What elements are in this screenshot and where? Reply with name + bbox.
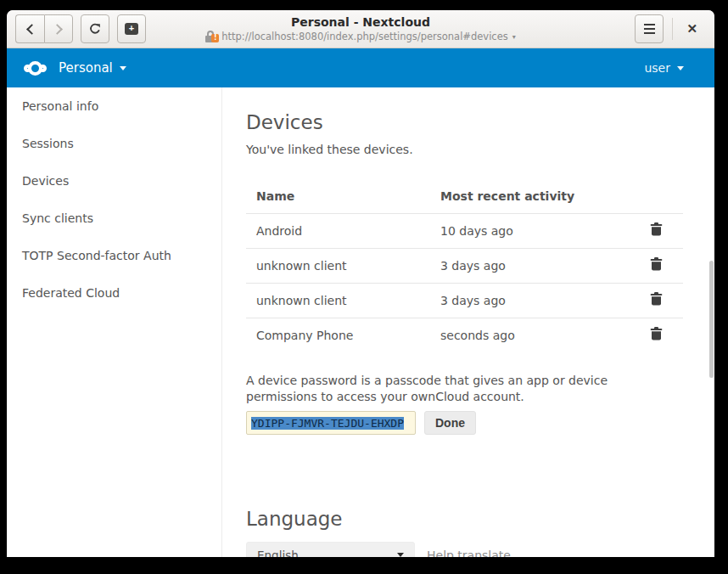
device-name: Android xyxy=(246,213,430,248)
back-button[interactable] xyxy=(15,14,44,43)
settings-sidebar: Personal info Sessions Devices Sync clie… xyxy=(7,87,222,557)
nextcloud-header: Personal user xyxy=(7,48,714,87)
window-title: Personal - Nextcloud xyxy=(291,15,430,30)
app-menu[interactable]: Personal xyxy=(59,60,126,76)
trash-icon xyxy=(650,257,663,271)
device-activity: 10 days ago xyxy=(430,213,636,248)
table-row: Company Phone seconds ago xyxy=(246,318,683,352)
nextcloud-logo-icon xyxy=(24,61,47,76)
language-select[interactable]: English xyxy=(246,542,415,557)
app-menu-label: Personal xyxy=(59,60,113,76)
user-menu-label: user xyxy=(644,61,670,75)
chevron-down-icon xyxy=(120,66,126,70)
back-icon xyxy=(26,24,37,35)
browser-titlebar: + Personal - Nextcloud ! http://localhos… xyxy=(7,10,714,48)
sidebar-item-totp[interactable]: TOTP Second-factor Auth xyxy=(7,237,221,274)
device-activity: 3 days ago xyxy=(430,248,636,283)
insecure-lock-icon: ! xyxy=(205,31,217,42)
table-row: Android 10 days ago xyxy=(246,213,683,248)
delete-device-button[interactable] xyxy=(650,257,663,271)
nav-toolbar: + xyxy=(7,14,146,43)
sidebar-item-federated-cloud[interactable]: Federated Cloud xyxy=(7,274,221,312)
column-header-actions xyxy=(636,179,683,213)
column-header-activity: Most recent activity xyxy=(430,179,636,213)
trash-icon xyxy=(650,222,663,236)
devices-subtitle: You've linked these devices. xyxy=(246,143,714,156)
menu-button[interactable] xyxy=(635,14,664,43)
warning-badge-icon: ! xyxy=(211,34,219,42)
delete-device-button[interactable] xyxy=(650,222,663,236)
new-tab-icon: + xyxy=(125,23,138,35)
table-row: unknown client 3 days ago xyxy=(246,248,683,283)
device-password-field[interactable]: YDIPP-FJMVR-TEJDU-EHXDP xyxy=(246,411,416,435)
device-name: Company Phone xyxy=(246,318,430,352)
vertical-scrollbar-thumb[interactable] xyxy=(709,261,714,378)
titlebar-separator xyxy=(672,18,673,40)
devices-table: Name Most recent activity Android 10 day… xyxy=(246,179,683,352)
done-button[interactable]: Done xyxy=(424,411,476,435)
reload-icon xyxy=(88,22,102,36)
passcode-row: YDIPP-FJMVR-TEJDU-EHXDP Done xyxy=(246,411,714,435)
chevron-down-icon xyxy=(677,66,684,70)
settings-content: Devices You've linked these devices. Nam… xyxy=(222,87,714,557)
window-controls: ✕ xyxy=(635,14,714,43)
devices-section-title: Devices xyxy=(246,110,714,135)
url-dropdown-icon: ▾ xyxy=(512,33,516,41)
user-menu[interactable]: user xyxy=(644,61,684,75)
forward-icon xyxy=(52,24,63,35)
sidebar-item-devices[interactable]: Devices xyxy=(7,162,221,200)
device-name: unknown client xyxy=(246,283,430,318)
delete-device-button[interactable] xyxy=(650,327,663,340)
table-row: unknown client 3 days ago xyxy=(246,283,683,318)
forward-button[interactable] xyxy=(44,14,73,43)
device-activity: 3 days ago xyxy=(430,283,636,318)
sidebar-item-personal-info[interactable]: Personal info xyxy=(7,87,221,125)
select-arrow-icon xyxy=(397,553,404,557)
column-header-name: Name xyxy=(246,179,430,213)
trash-icon xyxy=(650,327,663,340)
url-text: http://localhost:8080/index.php/settings… xyxy=(221,31,508,42)
sidebar-item-sessions[interactable]: Sessions xyxy=(7,125,221,162)
device-password-value: YDIPP-FJMVR-TEJDU-EHXDP xyxy=(251,417,404,430)
language-section-title: Language xyxy=(246,506,714,532)
browser-window: + Personal - Nextcloud ! http://localhos… xyxy=(7,10,714,557)
language-row: English Help translate xyxy=(246,542,714,557)
close-button[interactable]: ✕ xyxy=(681,18,703,40)
trash-icon xyxy=(650,292,663,306)
device-password-note: A device password is a passcode that giv… xyxy=(246,373,670,405)
help-translate-link[interactable]: Help translate xyxy=(427,549,511,558)
url-bar[interactable]: ! http://localhost:8080/index.php/settin… xyxy=(205,31,516,42)
new-tab-button[interactable]: + xyxy=(117,14,146,43)
sidebar-item-sync-clients[interactable]: Sync clients xyxy=(7,200,221,237)
device-activity: seconds ago xyxy=(430,318,636,352)
hamburger-icon xyxy=(644,24,655,34)
language-selected-value: English xyxy=(257,549,299,558)
table-header-row: Name Most recent activity xyxy=(246,179,683,213)
reload-button[interactable] xyxy=(81,14,109,43)
page-body: Personal info Sessions Devices Sync clie… xyxy=(7,87,714,557)
delete-device-button[interactable] xyxy=(650,292,663,306)
device-name: unknown client xyxy=(246,248,430,283)
